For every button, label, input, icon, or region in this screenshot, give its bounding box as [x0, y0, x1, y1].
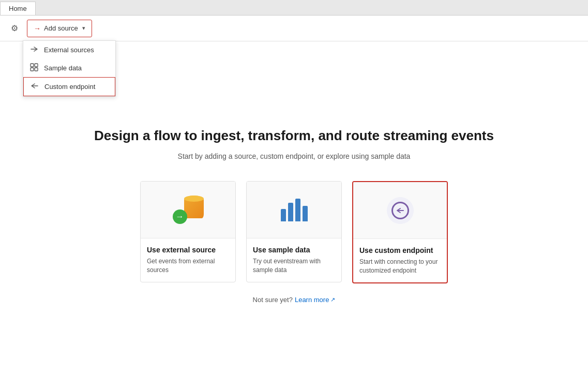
card-custom-endpoint-body: Use custom endpoint Start with connectin…	[353, 239, 447, 282]
card-external-source-title: Use external source	[147, 246, 229, 254]
dropdown-item-external-sources[interactable]: External sources	[23, 41, 115, 59]
custom-endpoint-icon	[30, 82, 39, 92]
gear-button[interactable]: ⚙	[6, 20, 23, 37]
bar-4	[303, 206, 308, 221]
tab-home[interactable]: Home	[0, 2, 36, 15]
svg-rect-1	[35, 64, 38, 67]
card-external-source-desc: Get events from external sources	[147, 257, 229, 275]
card-sample-data-body: Use sample data Try out eventstream with…	[247, 238, 341, 282]
card-external-source[interactable]: → Use external source Get events from ex…	[140, 181, 236, 282]
sample-data-label: Sample data	[44, 64, 82, 72]
external-link-icon: ↗	[330, 296, 335, 303]
card-custom-endpoint-title: Use custom endpoint	[359, 246, 441, 254]
learn-more-link[interactable]: Learn more ↗	[295, 296, 335, 304]
external-source-icon: →	[173, 196, 204, 224]
toolbar: ⚙ → Add source ▾ External sources	[0, 16, 588, 41]
bar-2	[288, 203, 293, 221]
green-arrow-icon: →	[173, 209, 187, 224]
add-source-button[interactable]: → Add source ▾	[27, 20, 92, 37]
bar-chart-icon	[281, 199, 308, 221]
card-external-source-icon-area: →	[141, 182, 235, 238]
custom-endpoint-label: Custom endpoint	[44, 83, 95, 91]
dropdown-item-custom-endpoint[interactable]: Custom endpoint	[23, 77, 115, 96]
card-sample-data-desc: Try out eventstream with sample data	[253, 257, 335, 275]
tab-bar: Home	[0, 0, 588, 16]
cards-row: → Use external source Get events from ex…	[140, 181, 448, 283]
external-sources-label: External sources	[44, 46, 94, 54]
chevron-down-icon: ▾	[82, 25, 85, 32]
main-title: Design a flow to ingest, transform, and …	[94, 128, 494, 144]
custom-endpoint-circle-icon	[387, 197, 414, 224]
svg-rect-0	[31, 64, 34, 67]
add-source-dropdown: External sources Sample data Custom endp…	[23, 40, 116, 97]
card-custom-endpoint-icon-area	[353, 182, 447, 239]
card-sample-data-icon-area	[247, 182, 341, 238]
card-external-source-body: Use external source Get events from exte…	[141, 238, 235, 282]
main-subtitle: Start by adding a source, custom endpoin…	[178, 152, 411, 160]
not-sure-text: Not sure yet?	[253, 296, 293, 304]
dropdown-item-sample-data[interactable]: Sample data	[23, 59, 115, 77]
sample-data-icon	[29, 63, 39, 73]
card-custom-endpoint-desc: Start with connecting to your customized…	[359, 258, 441, 275]
card-sample-data[interactable]: Use sample data Try out eventstream with…	[246, 181, 342, 282]
bar-1	[281, 209, 286, 221]
svg-rect-3	[35, 68, 38, 71]
custom-endpoint-inner-icon	[391, 202, 409, 219]
bar-3	[295, 199, 300, 221]
external-sources-icon	[29, 45, 39, 55]
card-sample-data-title: Use sample data	[253, 246, 335, 254]
gear-icon: ⚙	[11, 23, 18, 33]
tab-home-label: Home	[9, 5, 27, 12]
card-custom-endpoint[interactable]: Use custom endpoint Start with connectin…	[352, 181, 448, 283]
add-source-label: Add source	[44, 24, 78, 32]
learn-more-row: Not sure yet? Learn more ↗	[253, 296, 336, 304]
svg-rect-2	[31, 68, 34, 71]
add-source-arrow-icon: →	[34, 24, 41, 33]
learn-more-label: Learn more	[295, 296, 329, 304]
